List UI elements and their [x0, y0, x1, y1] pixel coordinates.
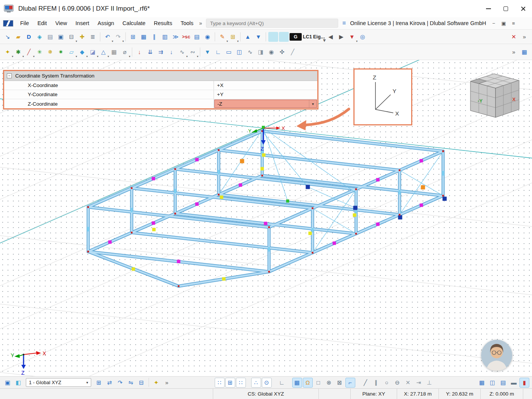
new-node-icon[interactable]: ✱▾: [13, 47, 23, 57]
printout-report-icon[interactable]: ▥: [160, 32, 170, 42]
snap-cross-icon[interactable]: ✕: [403, 378, 413, 388]
release-icon[interactable]: ∾▾: [188, 47, 198, 57]
menu-item-calculate[interactable]: Calculate: [118, 18, 149, 28]
measure-icon[interactable]: ⌀▾: [120, 47, 130, 57]
add-table-icon[interactable]: ⊞▾: [228, 32, 238, 42]
new-cs-icon[interactable]: △▾: [98, 47, 108, 57]
edit-cs-tool-icon[interactable]: ⊞: [94, 378, 104, 388]
maximize-button[interactable]: [497, 0, 515, 17]
gray-solid-icon[interactable]: ▦: [109, 47, 119, 57]
import-dxf-icon[interactable]: ↘: [3, 32, 13, 42]
tables-icon[interactable]: ⊞: [128, 32, 138, 42]
grid-points-icon[interactable]: ⊞: [225, 378, 235, 388]
dlubal-d-icon[interactable]: D: [24, 32, 34, 42]
more-edit-icon[interactable]: »: [162, 378, 172, 388]
layers-icon[interactable]: ▤: [498, 378, 508, 388]
result-diagram-icon[interactable]: ∟: [213, 47, 223, 57]
invert-select-icon[interactable]: ⊠: [335, 378, 345, 388]
guidelines-icon[interactable]: ∴: [251, 378, 261, 388]
search-input[interactable]: [206, 19, 338, 28]
draw-circle-icon[interactable]: ○: [382, 378, 392, 388]
parallel-icon[interactable]: ∥: [371, 378, 381, 388]
open-file-icon[interactable]: ▰: [13, 32, 23, 42]
new-opening-icon[interactable]: ◪▾: [88, 47, 98, 57]
member-load-icon[interactable]: ⇊: [145, 47, 155, 57]
minimize-button[interactable]: [480, 0, 497, 17]
work-plane-icon[interactable]: ▦: [292, 378, 302, 388]
display-properties-icon[interactable]: ▣: [3, 378, 13, 388]
gallery-icon[interactable]: ▤: [45, 32, 55, 42]
story-up-icon[interactable]: ▲: [243, 32, 253, 42]
render-model-icon[interactable]: ◈: [35, 32, 44, 42]
slope-icon[interactable]: ╱: [288, 47, 298, 57]
section-clip-icon[interactable]: ◫: [234, 47, 244, 57]
new-line-icon[interactable]: ╱▾: [24, 47, 34, 57]
rotate-icon[interactable]: ↷: [115, 378, 125, 388]
smooth-icon[interactable]: ∿: [245, 47, 255, 57]
mesh-refine-icon[interactable]: ✷: [56, 47, 66, 57]
menu-item-results[interactable]: Results: [150, 18, 176, 28]
report-icon[interactable]: ≣: [88, 32, 98, 42]
story-down-icon[interactable]: ▼: [253, 32, 263, 42]
coordinate-system-select[interactable]: 1 - Global XYZ ▾: [26, 378, 91, 387]
surface-load-icon[interactable]: ⇉: [156, 47, 166, 57]
snap-points-icon[interactable]: ∷: [236, 378, 246, 388]
menu-item-insert[interactable]: Insert: [71, 18, 93, 28]
ribbon-layout-icon[interactable]: ▣: [499, 19, 508, 28]
tables-toggle-icon[interactable]: ▦: [477, 378, 487, 388]
user-avatar[interactable]: [481, 340, 512, 371]
snap-grid-icon[interactable]: ∷: [215, 378, 225, 388]
cancel-red-icon[interactable]: ✕: [509, 32, 519, 42]
transform-row-x-coordinate[interactable]: X-Coordinate+X: [4, 81, 317, 90]
g-box-icon[interactable]: G: [290, 33, 302, 41]
license-search-icon[interactable]: ≡: [341, 20, 347, 27]
ortho-corner-icon[interactable]: ∟: [277, 378, 287, 388]
eigenvalue-select[interactable]: Eig...▾: [313, 32, 325, 42]
transform-row-y-coordinate[interactable]: Y-Coordinate+Y: [4, 90, 317, 99]
move-copy-icon[interactable]: ⇄: [104, 378, 114, 388]
object-snap-icon[interactable]: ⊙: [262, 378, 272, 388]
color-box-1-icon[interactable]: [268, 32, 278, 42]
filter-cases-icon[interactable]: ▼▾: [347, 32, 357, 42]
menu-item-file[interactable]: File: [16, 18, 33, 28]
ribbon-options-icon[interactable]: ≡: [508, 19, 518, 28]
project-icon[interactable]: ⊟: [136, 378, 146, 388]
ribbon-minimize-icon[interactable]: −: [489, 19, 499, 28]
mirror-icon[interactable]: ⇋: [126, 378, 136, 388]
clipping-box-icon[interactable]: ▭: [224, 47, 234, 57]
redo-icon[interactable]: ↷▾: [113, 32, 123, 42]
draw-ellipse-icon[interactable]: ⊖: [393, 378, 402, 388]
nodal-load-icon[interactable]: ↓: [135, 47, 144, 57]
render-photo-icon[interactable]: ◉: [266, 47, 276, 57]
new-solid-icon[interactable]: ◆▾: [77, 47, 87, 57]
generate-icon[interactable]: ✦: [151, 378, 161, 388]
menu-overflow-icon[interactable]: »: [198, 20, 203, 26]
report-list-icon[interactable]: ▤: [192, 32, 202, 42]
panels-toggle-icon[interactable]: ◫: [488, 378, 497, 388]
lc1-label[interactable]: LC1: [302, 32, 312, 42]
prev-case-icon[interactable]: ◀: [326, 32, 336, 42]
table-grid-icon[interactable]: ▦: [519, 47, 529, 57]
undo-icon[interactable]: ↶▾: [103, 32, 112, 42]
snap-end-icon[interactable]: ⇥: [414, 378, 424, 388]
close-button[interactable]: [515, 0, 532, 17]
draw-line-icon[interactable]: ╱: [361, 378, 370, 388]
menu-item-edit[interactable]: Edit: [33, 18, 51, 28]
web-globe-icon[interactable]: ◉: [203, 32, 212, 42]
new-object-icon[interactable]: ✦▾: [3, 47, 13, 57]
eraser-icon[interactable]: ◨: [256, 47, 266, 57]
collapse-icon[interactable]: −: [7, 73, 12, 78]
export-solver-icon[interactable]: ≫: [171, 32, 180, 42]
globe-pointer-icon[interactable]: ◎: [358, 32, 367, 42]
snap-perp-icon[interactable]: ⊥: [424, 378, 434, 388]
model-viewport[interactable]: X Y Z -Y X X Y Z − Coord: [0, 60, 532, 376]
imperfection-icon[interactable]: ∿▾: [177, 47, 187, 57]
menu-item-assign[interactable]: Assign: [93, 18, 119, 28]
corner-snap-icon[interactable]: ⌐: [345, 378, 355, 388]
color-box-2-icon[interactable]: [279, 32, 289, 42]
color-scale-icon[interactable]: ◧: [13, 378, 23, 388]
deselect-icon[interactable]: ⊗: [324, 378, 334, 388]
edit-cs-icon[interactable]: ✎▾: [217, 32, 227, 42]
save-icon[interactable]: ▣: [56, 32, 66, 42]
menu-item-view[interactable]: View: [51, 18, 71, 28]
